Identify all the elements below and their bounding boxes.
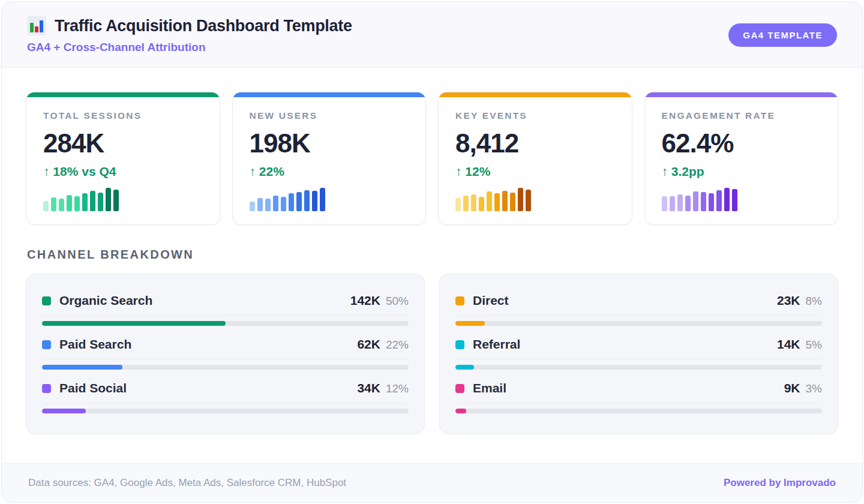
spark-bar <box>724 188 730 211</box>
spark-bar <box>510 193 515 211</box>
page-title: Traffic Acquisition Dashboard Template <box>55 17 352 35</box>
spark-bar <box>273 196 278 211</box>
channel-panel: Organic Search 142K 50% Paid Search 62K … <box>26 274 425 434</box>
spark-bar <box>43 201 49 211</box>
channel-progress-track <box>42 365 409 370</box>
channel-percent: 5% <box>806 338 822 352</box>
spark-bar <box>320 188 325 211</box>
spark-bar <box>709 193 714 211</box>
channel-name: Referral <box>473 337 520 352</box>
header: Traffic Acquisition Dashboard Template G… <box>2 2 862 68</box>
channel-progress-fill <box>42 321 226 326</box>
spark-bar <box>716 190 722 211</box>
kpi-delta: ↑ 12% <box>455 164 615 179</box>
spark-bar <box>701 192 706 211</box>
kpi-sparkline <box>662 187 821 211</box>
kpi-accent-bar <box>439 92 632 97</box>
channel-percent: 12% <box>386 382 409 395</box>
spark-bar <box>662 196 667 211</box>
channel-marker-icon <box>455 296 464 305</box>
spark-bar <box>90 191 95 211</box>
spark-bar <box>693 191 698 211</box>
kpi-label: KEY EVENTS <box>455 110 615 121</box>
spark-bar <box>502 191 508 211</box>
channel-name: Direct <box>473 293 509 308</box>
channel-progress-track <box>455 321 822 326</box>
channel-value: 9K <box>784 381 800 395</box>
spark-bar <box>257 198 263 211</box>
ga4-template-badge: GA4 TEMPLATE <box>728 23 837 47</box>
kpi-accent-bar <box>233 92 426 97</box>
kpi-row: TOTAL SESSIONS 284K ↑ 18% vs Q4 NEW USER… <box>26 92 838 225</box>
channel-row: Paid Search 62K 22% <box>42 337 409 370</box>
kpi-card: NEW USERS 198K ↑ 22% <box>232 92 427 225</box>
kpi-sparkline <box>455 187 615 211</box>
channel-panels: Organic Search 142K 50% Paid Search 62K … <box>26 274 838 434</box>
channel-marker-icon <box>42 296 51 305</box>
spark-bar <box>677 194 683 211</box>
channel-progress-track <box>455 365 822 370</box>
channel-marker-icon <box>42 384 51 393</box>
spark-bar <box>250 202 255 211</box>
spark-bar <box>59 199 64 211</box>
spark-bar <box>312 191 317 211</box>
kpi-value: 284K <box>43 128 203 158</box>
channel-marker-icon <box>455 384 464 393</box>
spark-bar <box>479 197 484 211</box>
channel-row: Paid Social 34K 12% <box>42 381 409 413</box>
kpi-accent-bar <box>26 92 220 97</box>
kpi-value: 8,412 <box>455 128 615 158</box>
bar-chart-icon <box>27 16 46 35</box>
spark-bar <box>494 193 500 211</box>
channel-name: Paid Search <box>59 337 131 352</box>
spark-bar <box>106 188 111 211</box>
channel-name: Paid Social <box>59 381 127 395</box>
channel-progress-fill <box>455 409 466 413</box>
kpi-card: ENGAGEMENT RATE 62.4% ↑ 3.2pp <box>644 92 839 225</box>
main-content: TOTAL SESSIONS 284K ↑ 18% vs Q4 NEW USER… <box>2 68 862 463</box>
channel-percent: 3% <box>806 382 822 395</box>
kpi-card: KEY EVENTS 8,412 ↑ 12% <box>438 92 632 225</box>
spark-bar <box>74 196 80 211</box>
dashboard-container: Traffic Acquisition Dashboard Template G… <box>1 1 863 503</box>
spark-bar <box>265 199 271 211</box>
channel-value: 62K <box>357 337 380 352</box>
data-sources-text: Data sources: GA4, Google Ads, Meta Ads,… <box>28 477 346 489</box>
spark-bar <box>518 188 523 211</box>
channel-value: 142K <box>350 293 380 308</box>
channel-percent: 22% <box>386 338 409 352</box>
row-divider <box>455 359 822 359</box>
spark-bar <box>455 198 461 211</box>
kpi-accent-bar <box>645 92 838 97</box>
channel-row: Email 9K 3% <box>455 381 822 413</box>
spark-bar <box>51 197 56 211</box>
kpi-sparkline <box>250 187 409 211</box>
spark-bar <box>487 191 492 211</box>
channel-name: Email <box>473 381 506 395</box>
row-divider <box>455 315 822 316</box>
channel-progress-fill <box>42 409 86 413</box>
channel-panel: Direct 23K 8% Referral 14K 5% Email <box>439 274 838 434</box>
kpi-card: TOTAL SESSIONS 284K ↑ 18% vs Q4 <box>26 92 220 225</box>
spark-bar <box>304 190 310 211</box>
channel-percent: 8% <box>806 295 822 308</box>
channel-progress-fill <box>455 321 485 326</box>
channel-progress-track <box>42 409 409 413</box>
powered-by-link[interactable]: Powered by Improvado <box>724 477 836 489</box>
channel-name: Organic Search <box>59 293 152 308</box>
channel-progress-track <box>455 409 822 413</box>
spark-bar <box>296 192 302 211</box>
spark-bar <box>685 196 691 211</box>
header-left: Traffic Acquisition Dashboard Template G… <box>27 16 352 54</box>
spark-bar <box>526 190 531 211</box>
row-divider <box>42 315 409 316</box>
spark-bar <box>67 195 72 211</box>
channel-progress-fill <box>455 365 474 370</box>
spark-bar <box>289 193 294 211</box>
kpi-label: TOTAL SESSIONS <box>43 110 203 121</box>
kpi-delta: ↑ 22% <box>250 164 409 179</box>
row-divider <box>42 359 409 359</box>
kpi-sparkline <box>43 187 203 211</box>
spark-bar <box>670 196 675 211</box>
channel-row: Organic Search 142K 50% <box>42 293 409 326</box>
